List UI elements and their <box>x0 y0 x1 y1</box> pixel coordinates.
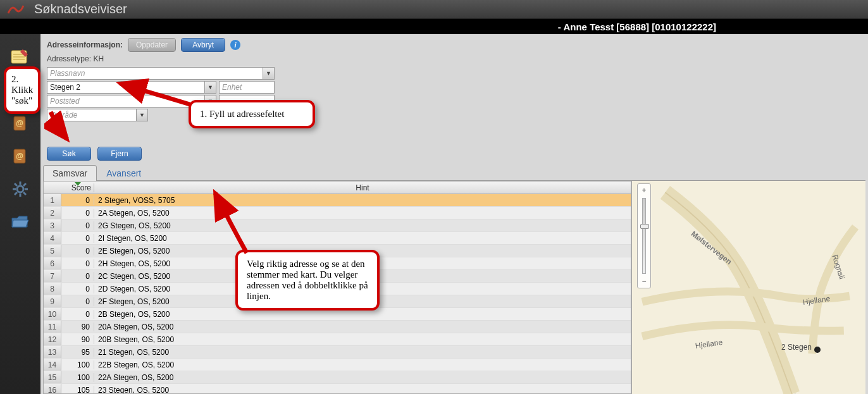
row-score: 100 <box>61 373 94 382</box>
update-button: Oppdater <box>128 38 176 52</box>
table-row[interactable]: 1610523 Stegen, OS, 5200 <box>44 384 631 393</box>
row-score: 0 <box>61 221 94 230</box>
map-marker <box>814 347 821 353</box>
row-hint: 20B Stegen, OS, 5200 <box>94 335 631 344</box>
row-number: 1 <box>44 194 61 206</box>
app-logo <box>6 3 25 16</box>
row-score: 0 <box>61 259 94 268</box>
sidebar-addressbook-icon[interactable]: @ <box>9 114 32 133</box>
table-row[interactable]: 402I Stegen, OS, 5200 <box>44 232 631 245</box>
map-zoom-in-button[interactable]: + <box>639 185 649 195</box>
row-score: 0 <box>61 272 94 281</box>
search-button[interactable]: Søk <box>47 147 91 161</box>
row-hint: 2A Stegen, OS, 5200 <box>94 209 631 218</box>
placename-combo[interactable]: Plassnavn ▼ <box>47 67 275 80</box>
map-zoom-thumb[interactable] <box>640 224 649 229</box>
row-score: 0 <box>61 196 94 205</box>
map-zoom-control: + − <box>637 183 651 288</box>
main-panel: Adresseinformasjon: Oppdater Avbryt i Ad… <box>40 34 868 394</box>
area-placeholder: Område <box>47 111 136 120</box>
row-hint: 21 Stegen, OS, 5200 <box>94 348 631 357</box>
tab-advanced[interactable]: Avansert <box>97 165 151 181</box>
row-number: 2 <box>44 207 61 219</box>
grid-header: Score Hint <box>44 182 631 194</box>
section-label: Adresseinformasjon: <box>47 40 123 49</box>
map-zoom-out-button[interactable]: − <box>639 276 649 286</box>
row-hint: 2I Stegen, OS, 5200 <box>94 234 631 243</box>
svg-text:@: @ <box>16 119 23 128</box>
svg-line-17 <box>23 192 26 195</box>
grid-header-score[interactable]: Score <box>61 183 94 192</box>
table-row[interactable]: 129020B Stegen, OS, 5200 <box>44 333 631 346</box>
row-score: 0 <box>61 297 94 306</box>
sidebar-notes-icon[interactable] <box>9 48 32 67</box>
row-hint: 22A Stegen, OS, 5200 <box>94 373 631 382</box>
sort-desc-icon <box>75 182 81 186</box>
address-type-row: Adressetype: KH <box>40 53 868 67</box>
sidebar-folder-icon[interactable] <box>9 212 32 231</box>
row-score: 90 <box>61 323 94 331</box>
row-number: 12 <box>44 333 61 345</box>
user-bar: - Anne Tesst [56888] [01010122222] <box>0 19 868 34</box>
row-number: 4 <box>44 232 61 244</box>
row-number: 9 <box>44 295 61 307</box>
table-row[interactable]: 1410022B Stegen, OS, 5200 <box>44 359 631 371</box>
unit-placeholder: Enhet <box>220 83 274 92</box>
row-score: 0 <box>61 285 94 293</box>
table-row[interactable]: 119020A Stegen, OS, 5200 <box>44 321 631 333</box>
area-combo[interactable]: Område ▼ <box>47 109 148 121</box>
row-score: 0 <box>61 247 94 255</box>
grid-header-hint[interactable]: Hint <box>94 183 631 192</box>
row-hint: 20A Stegen, OS, 5200 <box>94 323 631 331</box>
address-type-value: KH <box>93 54 104 63</box>
row-number: 15 <box>44 371 61 383</box>
table-row[interactable]: 139521 Stegen, OS, 5200 <box>44 346 631 359</box>
row-number: 5 <box>44 245 61 257</box>
row-score: 90 <box>61 335 94 344</box>
row-score: 105 <box>61 386 94 394</box>
callout-fill-address: 1. Fyll ut adressefeltet <box>189 100 315 128</box>
row-score: 0 <box>61 310 94 319</box>
row-score: 100 <box>61 360 94 369</box>
map-pane[interactable]: Mølstervegen Rognsli Hjellane Hjellane S… <box>631 181 865 394</box>
row-number: 8 <box>44 283 61 295</box>
row-number: 7 <box>44 270 61 282</box>
row-number: 13 <box>44 346 61 358</box>
svg-text:@: @ <box>16 152 23 161</box>
user-display: - Anne Tesst [56888] [01010122222] <box>558 22 716 32</box>
row-number: 6 <box>44 257 61 269</box>
row-hint: 2G Stegen, OS, 5200 <box>94 221 631 230</box>
table-row[interactable]: 1510022A Stegen, OS, 5200 <box>44 371 631 384</box>
table-row[interactable]: 202A Stegen, OS, 5200 <box>44 207 631 219</box>
row-hint: 2B Stegen, OS, 5200 <box>94 310 631 319</box>
row-hint: 22B Stegen, OS, 5200 <box>94 360 631 369</box>
info-icon[interactable]: i <box>230 40 240 50</box>
search-button-row: Søk Fjern <box>40 143 868 164</box>
row-number: 14 <box>44 359 61 371</box>
clear-button[interactable]: Fjern <box>97 147 142 161</box>
street-combo[interactable]: Stegen 2 ▼ <box>47 81 216 94</box>
results-area: Score Hint 102 Stegen, VOSS, 5705202A St… <box>40 181 868 394</box>
map-zoom-slider[interactable] <box>642 198 646 274</box>
cancel-button[interactable]: Avbryt <box>181 38 225 52</box>
map-marker-label: 2 Stegen <box>781 343 812 352</box>
sidebar-addressbook2-icon[interactable]: @ <box>9 147 32 166</box>
tab-match[interactable]: Samsvar <box>43 165 97 181</box>
sidebar-settings-icon[interactable] <box>9 180 32 199</box>
row-number: 3 <box>44 219 61 231</box>
postcode-placeholder: Poststed <box>47 97 204 106</box>
svg-line-19 <box>23 183 26 186</box>
svg-point-11 <box>17 186 23 192</box>
table-row[interactable]: 102 Stegen, VOSS, 5705 <box>44 194 631 207</box>
row-hint: 2 Stegen, VOSS, 5705 <box>94 196 631 205</box>
placename-placeholder: Plassnavn <box>47 69 263 78</box>
chevron-down-icon[interactable]: ▼ <box>136 109 147 121</box>
chevron-down-icon[interactable]: ▼ <box>204 82 216 93</box>
chevron-down-icon[interactable]: ▼ <box>263 68 274 79</box>
unit-combo[interactable]: Enhet <box>219 81 275 94</box>
section-header: Adresseinformasjon: Oppdater Avbryt i <box>40 34 868 53</box>
row-number: 10 <box>44 308 61 320</box>
table-row[interactable]: 302G Stegen, OS, 5200 <box>44 219 631 232</box>
row-number: 11 <box>44 321 61 333</box>
row-score: 0 <box>61 234 94 243</box>
